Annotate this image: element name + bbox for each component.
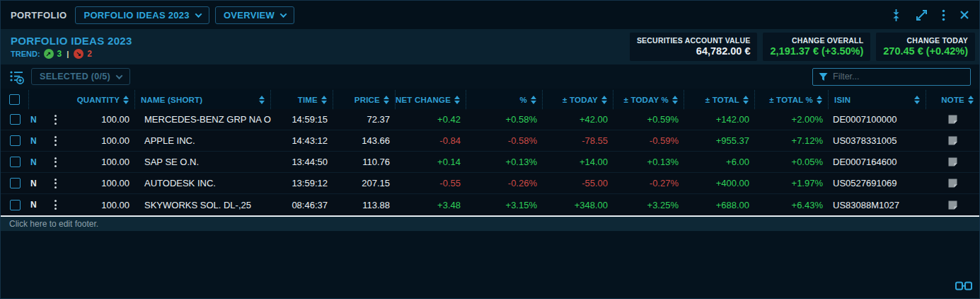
row-menu-button[interactable] [45, 179, 66, 188]
cell-price: 207.15 [333, 178, 396, 188]
select-all-checkbox[interactable] [9, 94, 20, 105]
cell-today-pct: -0.27% [613, 178, 684, 188]
kebab-icon [54, 179, 57, 188]
col-isin[interactable]: ISIN [829, 90, 926, 109]
page-title: PORFOLIO IDEAS 2023 [11, 35, 132, 48]
table-row[interactable]: N 100.00 SAP SE O.N. 13:44:50 110.76 +0.… [1, 152, 979, 173]
row-checkbox-cell [1, 178, 29, 188]
col-net-change[interactable]: NET CHANGE [396, 90, 466, 109]
table-row[interactable]: N 100.00 SKYWORKS SOL. DL-,25 08:46:37 1… [1, 194, 979, 215]
expand-icon[interactable] [916, 9, 928, 21]
row-checkbox-cell [1, 157, 29, 167]
sort-icon [968, 96, 974, 104]
col-label: ± TODAY [563, 96, 598, 104]
filter-input[interactable] [833, 72, 964, 81]
col-label: QUANTITY [77, 96, 120, 104]
col-label: % [520, 96, 527, 104]
note-button[interactable] [926, 135, 979, 146]
portfolio-widget: PORTFOLIO PORFOLIO IDEAS 2023 OVERVIEW [0, 0, 980, 299]
portfolio-select[interactable]: PORFOLIO IDEAS 2023 [75, 6, 209, 24]
cell-quantity: 100.00 [66, 114, 135, 125]
cell-today: +14.00 [543, 157, 613, 167]
note-button[interactable] [926, 200, 979, 210]
row-news-flag: N [29, 115, 45, 125]
chevron-down-icon [116, 72, 123, 79]
cell-total-pct: +7.12% [755, 135, 829, 146]
filter-funnel-icon [819, 72, 828, 81]
cell-today: +42.00 [543, 114, 613, 125]
col-today[interactable]: ± TODAY [543, 90, 613, 109]
col-total-pct[interactable]: ± TOTAL % [755, 90, 829, 109]
kebab-icon [54, 115, 57, 125]
trend-down-icon: ↘ [74, 49, 83, 59]
link-widget-icon[interactable] [955, 281, 972, 293]
col-time[interactable]: TIME [271, 90, 333, 109]
cell-isin: DE0007100000 [829, 114, 926, 125]
row-checkbox[interactable] [10, 178, 21, 188]
cell-today: +348.00 [543, 200, 613, 210]
col-price[interactable]: PRICE [333, 90, 396, 109]
cell-name: APPLE INC. [135, 135, 271, 146]
cell-pct: +3.15% [466, 200, 543, 210]
table-row[interactable]: N 100.00 APPLE INC. 14:43:12 143.66 -0.8… [1, 130, 979, 152]
portfolio-select-value: PORFOLIO IDEAS 2023 [83, 10, 189, 21]
cell-price: 143.66 [333, 135, 396, 146]
row-menu-button[interactable] [45, 136, 66, 146]
cell-net-change: -0.84 [396, 135, 466, 146]
col-today-pct[interactable]: ± TODAY % [613, 90, 684, 109]
cell-net-change: +0.14 [396, 157, 466, 167]
col-pct[interactable]: % [466, 90, 543, 109]
table-toolbar: SELECTED (0/5) [1, 64, 979, 89]
col-label: NET CHANGE [396, 96, 451, 104]
cell-name: AUTODESK INC. [135, 178, 271, 188]
kebab-icon [54, 200, 57, 210]
sort-icon [259, 96, 265, 104]
row-menu-button[interactable] [45, 115, 66, 125]
cell-today-pct: -0.59% [613, 135, 684, 146]
col-name[interactable]: NAME (SHORT) [135, 90, 271, 109]
view-select-value: OVERVIEW [224, 10, 275, 21]
row-menu-button[interactable] [45, 200, 66, 210]
col-label: ISIN [834, 96, 851, 104]
stat-value: 64,782.00 € [637, 45, 751, 57]
row-checkbox[interactable] [10, 200, 21, 210]
row-checkbox[interactable] [10, 157, 21, 167]
note-button[interactable] [926, 114, 979, 125]
sort-icon [914, 96, 920, 104]
col-quantity[interactable]: QUANTITY [29, 90, 135, 109]
footer-edit-bar[interactable]: Click here to edit footer. [1, 217, 979, 231]
cell-quantity: 100.00 [66, 200, 135, 210]
add-to-list-icon[interactable] [9, 69, 24, 84]
cell-time: 08:46:37 [271, 200, 333, 210]
cell-total-pct: +2.00% [755, 114, 829, 125]
collapse-icon[interactable] [891, 9, 901, 21]
row-menu-button[interactable] [45, 157, 66, 167]
row-news-flag: N [29, 179, 45, 188]
cell-today: -55.00 [543, 178, 613, 188]
row-news-flag: N [29, 200, 45, 210]
col-label: TIME [298, 96, 318, 104]
table-row[interactable]: N 100.00 AUTODESK INC. 13:59:12 207.15 -… [1, 173, 979, 194]
row-news-flag: N [29, 157, 45, 167]
view-select[interactable]: OVERVIEW [215, 6, 294, 24]
col-total[interactable]: ± TOTAL [684, 90, 755, 109]
sort-icon [601, 96, 607, 104]
note-button[interactable] [926, 157, 979, 167]
close-icon[interactable] [959, 10, 969, 20]
table-row[interactable]: N 100.00 MERCEDES-BENZ GRP NA O.N. 14:59… [1, 109, 979, 130]
trend-summary: TREND: ↗ 3 | ↘ 2 [11, 49, 132, 59]
col-note[interactable]: NOTE [926, 90, 979, 109]
cell-name: SAP SE O.N. [135, 157, 271, 167]
kebab-icon [54, 157, 57, 167]
note-button[interactable] [926, 178, 979, 188]
selected-dropdown[interactable]: SELECTED (0/5) [31, 68, 130, 85]
col-label: ± TOTAL [705, 96, 739, 104]
cell-name: MERCEDES-BENZ GRP NA O.N. [135, 114, 271, 125]
table-body: N 100.00 MERCEDES-BENZ GRP NA O.N. 14:59… [1, 109, 979, 217]
menu-kebab-icon[interactable] [942, 9, 945, 21]
cell-price: 113.88 [333, 200, 396, 210]
cell-total: +400.00 [684, 178, 755, 188]
stat-change-today: CHANGE TODAY 270.45 € (+0.42%) [876, 33, 975, 61]
row-checkbox[interactable] [10, 135, 21, 146]
row-checkbox[interactable] [10, 114, 21, 125]
